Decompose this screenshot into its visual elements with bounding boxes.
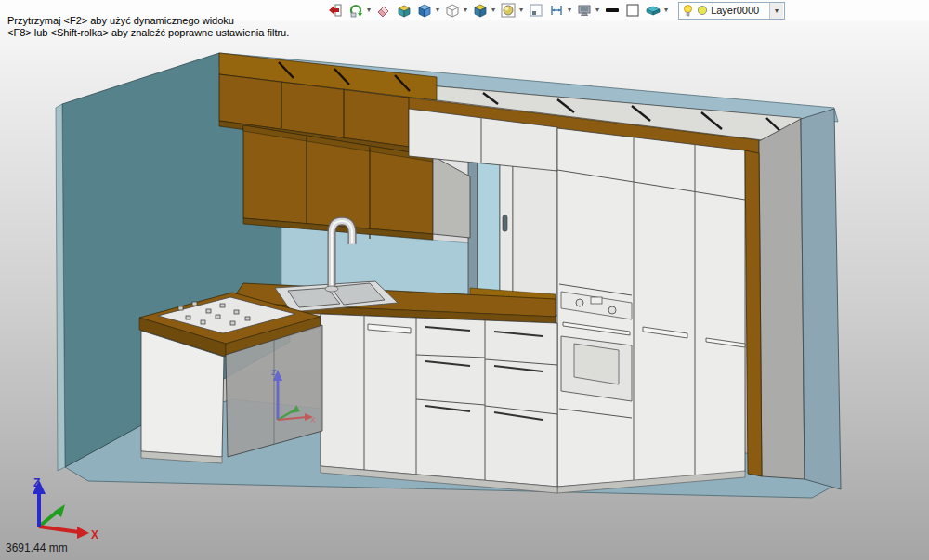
- layer-dropdown-button[interactable]: ▾: [769, 3, 783, 19]
- viewport-3d[interactable]: Z X Z X ▾: [0, 0, 929, 560]
- axis-x-label: X: [91, 528, 98, 541]
- solid-box-icon[interactable]: [472, 2, 489, 19]
- dropdown-caret-icon[interactable]: ▾: [664, 7, 668, 14]
- axis-x-arrow: [77, 527, 89, 539]
- layer-color-icon: [697, 5, 708, 16]
- window-glass: [478, 151, 500, 310]
- hint-line-1: Przytrzymaj <F2> aby użyć dynamicznego w…: [7, 15, 289, 27]
- base-cabinets[interactable]: [321, 314, 557, 493]
- surface-icon[interactable]: [645, 2, 661, 19]
- cabinet-end-panel: [433, 156, 470, 238]
- window-handle[interactable]: [503, 215, 507, 231]
- tall-cabinets[interactable]: [557, 128, 745, 493]
- layer-selector[interactable]: Layer0000 ▾: [678, 2, 785, 20]
- dropdown-caret-icon[interactable]: ▾: [491, 7, 495, 14]
- axis-z-label: Z: [33, 476, 40, 489]
- right-side-panels: [745, 109, 841, 489]
- oven-display: [591, 297, 602, 304]
- render-mode-icon[interactable]: [500, 2, 517, 19]
- scene-3d-view[interactable]: Z X Z X: [0, 0, 929, 560]
- dropdown-caret-icon[interactable]: ▾: [464, 7, 467, 14]
- side-trim-brown: [745, 150, 762, 476]
- color-swatch-icon[interactable]: [624, 2, 641, 19]
- display-settings-icon[interactable]: [576, 2, 593, 19]
- wireframe-cube-icon[interactable]: [444, 2, 461, 19]
- oven-knob[interactable]: [576, 299, 583, 306]
- dropdown-caret-icon[interactable]: ▾: [595, 7, 599, 14]
- oven-knob[interactable]: [608, 306, 616, 314]
- hint-line-2: <F8> lub <Shift-rolka> aby znaleźć popra…: [7, 27, 289, 39]
- viewport-icon[interactable]: [528, 2, 544, 19]
- cube-icon[interactable]: [416, 2, 433, 19]
- line-weight-icon[interactable]: [604, 2, 621, 19]
- package-icon[interactable]: [396, 2, 412, 19]
- eraser-icon[interactable]: [375, 2, 392, 19]
- status-measurement: 3691.44 mm: [6, 541, 68, 554]
- dynamic-view-icon[interactable]: [347, 2, 364, 19]
- window[interactable]: [468, 147, 557, 320]
- dimension-icon[interactable]: [548, 2, 565, 19]
- viewport-hint: Przytrzymaj <F2> aby użyć dynamicznego w…: [7, 15, 289, 39]
- dropdown-caret-icon[interactable]: ▾: [367, 7, 371, 14]
- oven-door-glass: [574, 344, 619, 384]
- bulb-icon: [682, 4, 694, 18]
- dropdown-caret-icon[interactable]: ▾: [519, 7, 523, 14]
- layer-name: Layer0000: [711, 5, 765, 16]
- origin-axis-x-label: X: [310, 415, 316, 424]
- dropdown-caret-icon[interactable]: ▾: [436, 7, 439, 14]
- view-axis-gizmo: Z X: [33, 476, 98, 541]
- exit-icon[interactable]: [327, 2, 344, 19]
- dropdown-caret-icon[interactable]: ▾: [568, 7, 571, 14]
- origin-axis-z-label: Z: [271, 368, 277, 377]
